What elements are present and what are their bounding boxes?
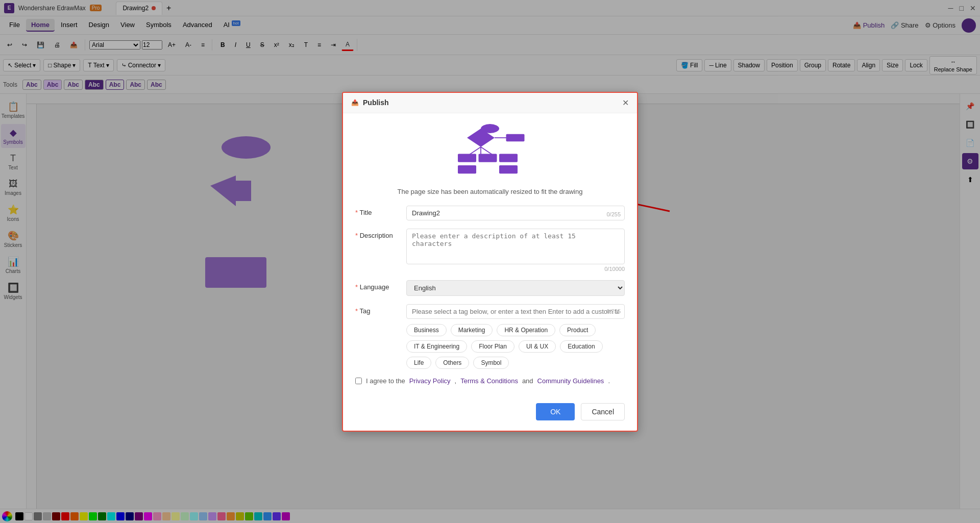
dialog-footer: OK Cancel xyxy=(343,403,637,431)
description-char-count: 0/10000 xyxy=(406,266,625,272)
publish-dialog: 📤 Publish ✕ xyxy=(342,92,638,432)
tag-field-row: Tag 0/255 Business Marketing HR & Operat… xyxy=(355,304,625,369)
ok-button[interactable]: OK xyxy=(536,403,575,420)
svg-rect-17 xyxy=(458,165,476,173)
svg-rect-14 xyxy=(479,154,497,162)
title-input[interactable] xyxy=(406,206,625,220)
dialog-overlay: 📤 Publish ✕ xyxy=(0,0,980,523)
agreement-checkbox[interactable] xyxy=(355,378,362,384)
diagram-preview xyxy=(355,123,625,180)
tag-marketing[interactable]: Marketing xyxy=(451,324,493,336)
tag-floor-plan[interactable]: Floor Plan xyxy=(471,340,514,353)
tags-container: 0/255 Business Marketing HR & Operation … xyxy=(406,304,625,369)
description-field-row: Description 0/10000 xyxy=(355,229,625,272)
dialog-title: Publish xyxy=(363,98,389,107)
dialog-header: 📤 Publish ✕ xyxy=(343,93,637,113)
svg-rect-16 xyxy=(506,134,525,141)
tag-input-wrap: 0/255 xyxy=(406,304,625,319)
agreement-row: I agree to the Privacy Policy , Terms & … xyxy=(355,377,625,385)
svg-point-12 xyxy=(481,124,499,133)
tag-input[interactable] xyxy=(406,304,625,319)
agreement-text: I agree to the xyxy=(366,377,405,385)
preview-svg xyxy=(444,123,536,180)
tag-hr-operation[interactable]: HR & Operation xyxy=(497,324,555,336)
agreement-and: and xyxy=(522,377,533,385)
language-label: Language xyxy=(355,280,406,291)
description-input-wrap: 0/10000 xyxy=(406,229,625,272)
title-label: Title xyxy=(355,206,406,216)
tag-business[interactable]: Business xyxy=(406,324,447,336)
tag-education[interactable]: Education xyxy=(560,340,602,353)
description-label: Description xyxy=(355,229,406,239)
agreement-comma: , xyxy=(455,377,457,385)
svg-rect-15 xyxy=(499,154,518,162)
tag-life[interactable]: Life xyxy=(406,357,431,369)
tag-label: Tag xyxy=(355,304,406,315)
community-link[interactable]: Community Guidelines xyxy=(537,377,604,385)
svg-rect-13 xyxy=(458,154,476,162)
publish-icon: 📤 xyxy=(351,99,359,106)
tag-it-engineering[interactable]: IT & Engineering xyxy=(406,340,467,353)
agreement-period: . xyxy=(608,377,610,385)
dialog-close-btn[interactable]: ✕ xyxy=(622,98,629,108)
svg-rect-18 xyxy=(499,165,518,173)
language-field-row: Language English Chinese Spanish xyxy=(355,280,625,296)
title-input-wrap: 0/255 xyxy=(406,206,625,220)
dialog-body: The page size has been automatically res… xyxy=(343,113,637,403)
language-select[interactable]: English Chinese Spanish xyxy=(406,280,625,296)
preview-description: The page size has been automatically res… xyxy=(355,188,625,195)
title-field-row: Title 0/255 xyxy=(355,206,625,220)
tag-others[interactable]: Others xyxy=(435,357,469,369)
tag-ui-ux[interactable]: UI & UX xyxy=(519,340,556,353)
tag-chips: Business Marketing HR & Operation Produc… xyxy=(406,324,625,369)
privacy-policy-link[interactable]: Privacy Policy xyxy=(409,377,451,385)
title-char-count: 0/255 xyxy=(606,211,621,217)
cancel-button[interactable]: Cancel xyxy=(581,403,625,420)
description-input[interactable] xyxy=(406,229,625,264)
tag-char-count: 0/255 xyxy=(606,308,621,314)
tag-symbol[interactable]: Symbol xyxy=(473,357,509,369)
terms-link[interactable]: Terms & Conditions xyxy=(460,377,518,385)
tag-product[interactable]: Product xyxy=(559,324,596,336)
